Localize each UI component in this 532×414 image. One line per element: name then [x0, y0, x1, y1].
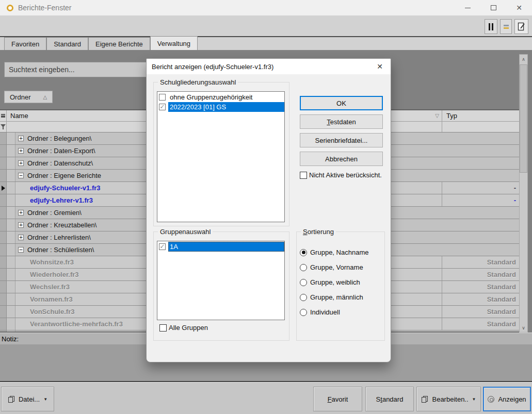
minimize-icon	[465, 8, 471, 8]
radio-gruppe-nachname[interactable]: Gruppe, Nachname	[300, 249, 368, 256]
title-bar: Berichte-Fenster ✕	[0, 0, 532, 15]
expand-icon[interactable]	[18, 160, 24, 166]
vertical-scrollbar[interactable]: ∧ ∨	[519, 54, 528, 333]
collapse-icon[interactable]	[18, 173, 24, 178]
tab-eigene-berichte[interactable]: Eigene Berichte	[88, 37, 150, 50]
radio-selected-icon	[300, 249, 307, 256]
nicht-aktive-checkbox[interactable]: Nicht Aktive berücksicht.	[300, 171, 382, 179]
radio-icon	[300, 294, 307, 301]
gruppen-label: Gruppenauswahl	[158, 228, 213, 236]
expand-icon[interactable]	[18, 235, 24, 240]
expand-icon[interactable]	[18, 136, 24, 141]
checkbox-icon[interactable]	[159, 94, 166, 101]
toolbar	[0, 15, 532, 36]
file-icon	[8, 395, 15, 403]
ok-button[interactable]: OK	[300, 96, 383, 110]
pause-icon	[489, 23, 493, 30]
view-options-button[interactable]	[500, 19, 512, 34]
group-by-label: Ordner	[10, 93, 30, 101]
expand-icon[interactable]	[18, 148, 24, 154]
expand-icon[interactable]	[18, 222, 24, 228]
gruppen-listbox[interactable]: 1A	[157, 241, 285, 320]
close-button[interactable]: ✕	[506, 0, 532, 15]
serienbriefdatei-button[interactable]: Serienbriefdatei...	[300, 133, 383, 147]
anzeigen-button[interactable]: Anzeigen	[483, 387, 531, 411]
menu-icon	[1, 114, 5, 118]
radio-icon	[300, 264, 307, 271]
bearbeiten-button[interactable]: Bearbeiten.. ▼	[416, 387, 481, 411]
sortierung-label: Sortierung	[301, 228, 336, 236]
close-icon: ✕	[516, 4, 522, 11]
dialog-title: Bericht anzeigen (edjufy-Schueler-v1.fr3…	[152, 63, 273, 71]
list-item-selected[interactable]: 2022/2023 [01] GS	[157, 102, 284, 112]
sort-ascending-icon: △	[43, 94, 47, 100]
minimize-button[interactable]	[455, 0, 480, 15]
maximize-button[interactable]	[480, 0, 506, 15]
filter-gutter	[0, 122, 7, 132]
file-icon	[421, 395, 428, 403]
testdaten-button[interactable]: Testdaten	[300, 114, 383, 129]
radio-individuell[interactable]: Individuell	[300, 308, 340, 316]
radio-icon	[300, 309, 307, 316]
tab-strip: Favoriten Standard Eigene Berichte Verwa…	[0, 37, 532, 50]
filter-dropdown-icon[interactable]: ▽	[435, 113, 439, 119]
tab-standard[interactable]: Standard	[46, 37, 88, 50]
maximize-icon	[491, 5, 496, 10]
favorit-button[interactable]: Favorit	[313, 387, 362, 411]
checkbox-checked-icon[interactable]	[159, 243, 166, 250]
checkbox-checked-icon[interactable]	[159, 104, 166, 110]
list-icon	[504, 25, 509, 29]
dropdown-arrow-icon: ▼	[472, 397, 476, 402]
checkbox-icon	[159, 324, 167, 332]
datei-button[interactable]: Datei... ▼	[1, 387, 54, 411]
window-title: Berichte-Fenster	[18, 4, 71, 12]
dialog-close-button[interactable]: ✕	[369, 59, 391, 74]
scroll-thumb[interactable]	[520, 64, 527, 173]
radio-gruppe-vorname[interactable]: Gruppe, Vorname	[300, 263, 363, 271]
tab-verwaltung[interactable]: Verwaltung	[150, 36, 198, 50]
column-header-typ[interactable]: Typ	[442, 110, 519, 121]
schulgliederung-listbox[interactable]: ohne Gruppenzugehörigkeit 2022/2023 [01]…	[157, 91, 285, 222]
pause-button[interactable]	[485, 19, 497, 34]
scroll-up-button[interactable]: ∧	[520, 55, 527, 63]
radio-gruppe-maennlich[interactable]: Gruppe, männlich	[300, 293, 363, 301]
list-item-selected[interactable]: 1A	[157, 242, 284, 252]
berichte-fenster-window: Berichte-Fenster ✕ Favoriten	[0, 0, 532, 414]
list-item[interactable]: ohne Gruppenzugehörigkeit	[157, 92, 284, 102]
bottom-bar: Datei... ▼ Favorit Standard Bearbeiten..…	[0, 381, 532, 414]
group-by-chip[interactable]: Ordner △	[4, 91, 53, 103]
report-designer-button[interactable]	[514, 19, 528, 34]
alle-gruppen-checkbox[interactable]: Alle Gruppen	[159, 324, 208, 332]
checkbox-icon	[300, 172, 307, 179]
dropdown-arrow-icon: ▼	[43, 397, 47, 402]
funnel-icon	[0, 124, 6, 130]
radio-gruppe-weiblich[interactable]: Gruppe, weiblich	[300, 278, 360, 286]
abbrechen-button[interactable]: Abbrechen	[300, 152, 383, 166]
sortierung-groupbox: Sortierung	[296, 231, 385, 341]
current-row-marker	[2, 186, 5, 191]
dialog-title-bar: Bericht anzeigen (edjufy-Schueler-v1.fr3…	[147, 59, 391, 74]
tab-favoriten[interactable]: Favoriten	[4, 37, 46, 50]
schulgliederung-label: Schulgliederungsauswahl	[158, 78, 238, 86]
eye-icon	[488, 396, 494, 403]
scroll-track[interactable]	[520, 63, 527, 323]
notiz-label: Notiz:	[2, 335, 19, 343]
radio-icon	[300, 279, 307, 286]
collapse-icon[interactable]	[18, 247, 24, 253]
app-icon	[7, 5, 13, 11]
bericht-anzeigen-dialog: Bericht anzeigen (edjufy-Schueler-v1.fr3…	[146, 58, 391, 362]
standard-button[interactable]: Standard	[365, 387, 414, 411]
expand-icon[interactable]	[18, 210, 24, 216]
header-gutter	[0, 110, 7, 121]
document-pen-icon	[518, 22, 525, 31]
scroll-down-button[interactable]: ∨	[520, 323, 527, 332]
